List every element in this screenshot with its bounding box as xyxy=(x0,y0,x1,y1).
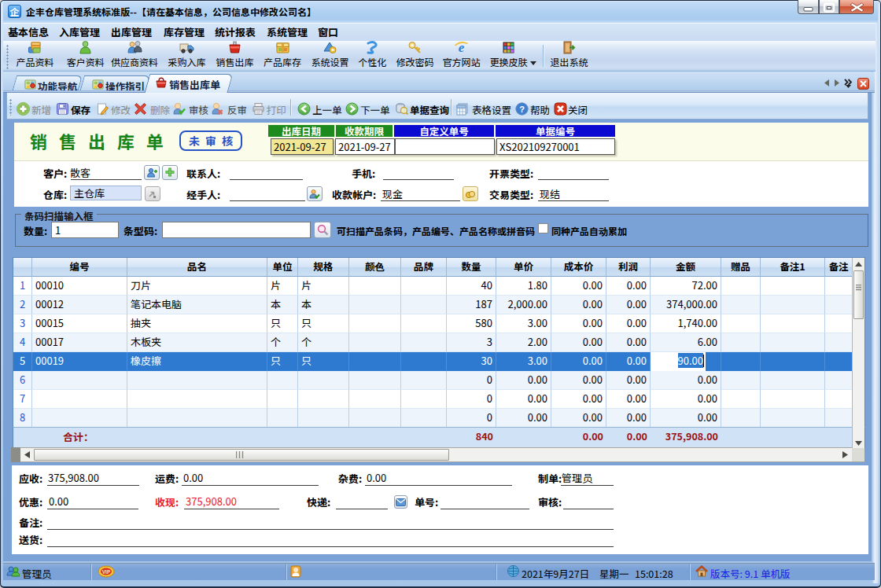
svg-text:?: ? xyxy=(519,105,525,114)
svg-text:VIP: VIP xyxy=(102,569,111,575)
